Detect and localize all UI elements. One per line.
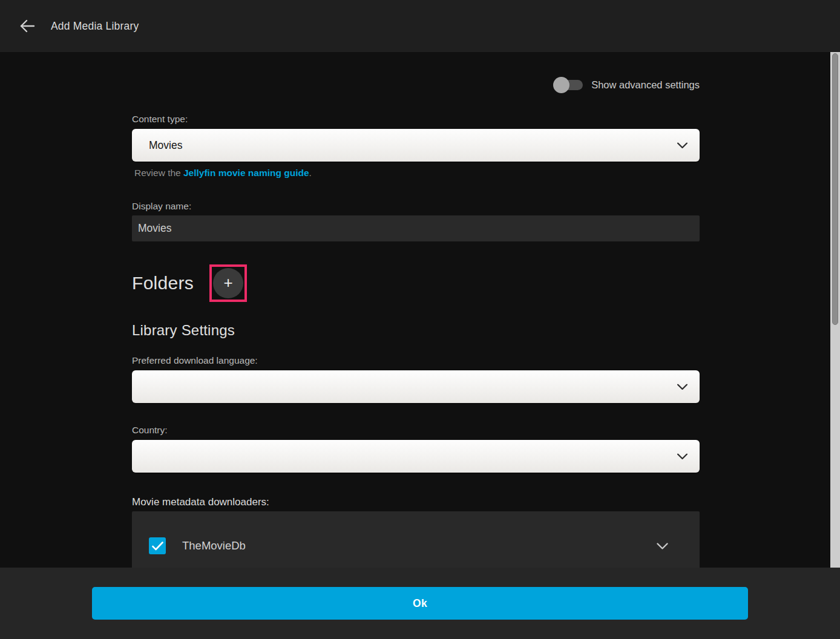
plus-icon: + [224, 275, 233, 290]
top-app-bar: Add Media Library [0, 0, 840, 52]
vertical-scrollbar[interactable] [830, 52, 840, 568]
advanced-settings-row: Show advanced settings [132, 77, 700, 93]
metadata-downloaders-card: TheMovieDb [132, 511, 700, 568]
back-button[interactable] [17, 16, 38, 36]
checkmark-icon [152, 542, 163, 551]
display-name-label: Display name: [132, 201, 700, 212]
chevron-down-icon[interactable] [657, 543, 668, 549]
display-name-input[interactable] [132, 215, 700, 241]
add-folder-focus-highlight: + [209, 264, 247, 302]
metadata-downloaders-label: Movie metadata downloaders: [132, 496, 700, 508]
display-name-field: Display name: [132, 201, 700, 241]
country-select[interactable] [132, 440, 700, 473]
content-type-select[interactable]: Movies [132, 129, 700, 162]
ok-button[interactable]: Ok [92, 587, 748, 620]
country-field: Country: [132, 425, 700, 473]
metadata-downloader-row[interactable]: TheMovieDb [132, 511, 700, 554]
page-title: Add Media Library [51, 20, 139, 33]
toggle-knob-icon [553, 77, 569, 93]
folders-section-header: Folders + [132, 264, 700, 302]
form-scroll-area: Show advanced settings Content type: Mov… [0, 52, 830, 568]
preferred-language-label: Preferred download language: [132, 355, 700, 366]
bottom-action-bar: Ok [0, 568, 840, 639]
scrollbar-thumb[interactable] [832, 53, 838, 325]
show-advanced-settings-toggle[interactable] [554, 80, 583, 90]
folders-heading: Folders [132, 273, 194, 293]
country-label: Country: [132, 425, 700, 436]
naming-guide-link[interactable]: Jellyfin movie naming guide [183, 168, 309, 178]
chevron-down-icon [677, 381, 687, 393]
add-media-library-page: Add Media Library Show advanced settings… [0, 0, 840, 639]
chevron-down-icon [677, 450, 687, 463]
help-prefix: Review the [134, 168, 183, 178]
preferred-language-select[interactable] [132, 370, 700, 403]
add-folder-button[interactable]: + [213, 268, 243, 298]
preferred-language-field: Preferred download language: [132, 355, 700, 403]
back-arrow-icon [19, 19, 35, 33]
library-settings-heading: Library Settings [132, 322, 700, 339]
content-type-help: Review the Jellyfin movie naming guide. [132, 168, 700, 179]
content-type-field: Content type: Movies Review the Jellyfin… [132, 114, 700, 179]
chevron-down-icon [677, 139, 687, 152]
advanced-settings-label: Show advanced settings [591, 79, 700, 91]
form-content: Show advanced settings Content type: Mov… [132, 77, 700, 568]
themoviedb-checkbox[interactable] [149, 537, 166, 554]
content-type-label: Content type: [132, 114, 700, 125]
content-type-value: Movies [149, 139, 182, 152]
metadata-downloader-name: TheMovieDb [182, 539, 657, 552]
help-suffix: . [309, 168, 312, 178]
